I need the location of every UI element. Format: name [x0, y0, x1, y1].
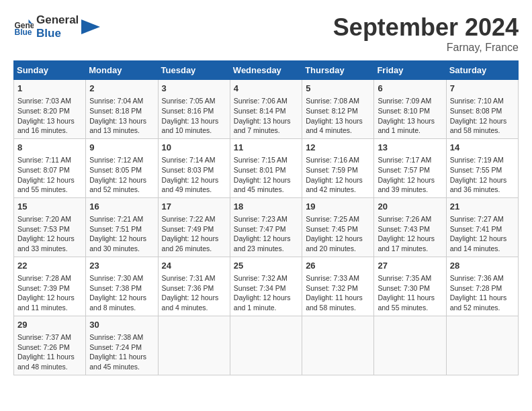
calendar-cell: 25Sunrise: 7:32 AM Sunset: 7:34 PM Dayli…	[230, 257, 302, 316]
calendar-cell	[158, 316, 230, 375]
header-friday: Friday	[374, 61, 446, 80]
day-number: 10	[162, 142, 226, 154]
calendar-cell: 8Sunrise: 7:11 AM Sunset: 8:07 PM Daylig…	[14, 138, 86, 197]
day-info: Sunrise: 7:26 AM Sunset: 7:43 PM Dayligh…	[378, 214, 442, 254]
calendar-cell: 21Sunrise: 7:27 AM Sunset: 7:41 PM Dayli…	[446, 197, 518, 257]
calendar-cell: 24Sunrise: 7:31 AM Sunset: 7:36 PM Dayli…	[158, 257, 230, 316]
day-info: Sunrise: 7:21 AM Sunset: 7:51 PM Dayligh…	[89, 214, 154, 254]
day-info: Sunrise: 7:35 AM Sunset: 7:30 PM Dayligh…	[378, 273, 442, 313]
day-number: 6	[378, 83, 442, 95]
calendar-cell: 10Sunrise: 7:14 AM Sunset: 8:03 PM Dayli…	[158, 138, 230, 197]
day-number: 11	[234, 142, 298, 154]
calendar-cell: 30Sunrise: 7:38 AM Sunset: 7:24 PM Dayli…	[86, 316, 158, 375]
day-info: Sunrise: 7:20 AM Sunset: 7:53 PM Dayligh…	[17, 214, 82, 254]
day-number: 15	[17, 201, 82, 213]
day-number: 27	[378, 260, 442, 272]
day-number: 25	[234, 260, 298, 272]
calendar-cell: 23Sunrise: 7:30 AM Sunset: 7:38 PM Dayli…	[86, 257, 158, 316]
day-number: 23	[89, 260, 154, 272]
day-info: Sunrise: 7:19 AM Sunset: 7:55 PM Dayligh…	[450, 155, 515, 195]
day-number: 21	[450, 201, 515, 213]
logo: General Blue General Blue	[13, 13, 100, 40]
day-info: Sunrise: 7:05 AM Sunset: 8:16 PM Dayligh…	[162, 96, 226, 136]
day-info: Sunrise: 7:27 AM Sunset: 7:41 PM Dayligh…	[450, 214, 515, 254]
day-number: 18	[234, 201, 298, 213]
day-info: Sunrise: 7:33 AM Sunset: 7:32 PM Dayligh…	[306, 273, 370, 313]
day-number: 9	[89, 142, 154, 154]
calendar-cell: 19Sunrise: 7:25 AM Sunset: 7:45 PM Dayli…	[302, 197, 374, 257]
day-info: Sunrise: 7:08 AM Sunset: 8:12 PM Dayligh…	[306, 96, 370, 136]
day-number: 12	[306, 142, 370, 154]
day-info: Sunrise: 7:31 AM Sunset: 7:36 PM Dayligh…	[162, 273, 226, 313]
calendar-cell: 18Sunrise: 7:23 AM Sunset: 7:47 PM Dayli…	[230, 197, 302, 257]
day-number: 22	[17, 260, 82, 272]
logo-icon: General Blue	[13, 17, 34, 37]
calendar-week-4: 22Sunrise: 7:28 AM Sunset: 7:39 PM Dayli…	[14, 257, 519, 316]
day-number: 7	[450, 83, 515, 95]
day-info: Sunrise: 7:14 AM Sunset: 8:03 PM Dayligh…	[162, 155, 226, 195]
day-number: 14	[450, 142, 515, 154]
page-header: General Blue General Blue September 2024…	[13, 13, 519, 54]
calendar-cell: 20Sunrise: 7:26 AM Sunset: 7:43 PM Dayli…	[374, 197, 446, 257]
day-info: Sunrise: 7:37 AM Sunset: 7:26 PM Dayligh…	[17, 332, 82, 372]
day-info: Sunrise: 7:16 AM Sunset: 7:59 PM Dayligh…	[306, 155, 370, 195]
header-thursday: Thursday	[302, 61, 374, 80]
day-number: 19	[306, 201, 370, 213]
calendar-cell: 1Sunrise: 7:03 AM Sunset: 8:20 PM Daylig…	[14, 80, 86, 139]
calendar-cell: 26Sunrise: 7:33 AM Sunset: 7:32 PM Dayli…	[302, 257, 374, 316]
day-info: Sunrise: 7:17 AM Sunset: 7:57 PM Dayligh…	[378, 155, 442, 195]
day-info: Sunrise: 7:03 AM Sunset: 8:20 PM Dayligh…	[17, 96, 82, 136]
calendar-week-3: 15Sunrise: 7:20 AM Sunset: 7:53 PM Dayli…	[14, 197, 519, 257]
calendar-cell: 28Sunrise: 7:36 AM Sunset: 7:28 PM Dayli…	[446, 257, 518, 316]
day-info: Sunrise: 7:38 AM Sunset: 7:24 PM Dayligh…	[89, 332, 154, 372]
day-number: 20	[378, 201, 442, 213]
day-number: 1	[17, 83, 82, 95]
header-tuesday: Tuesday	[158, 61, 230, 80]
svg-marker-3	[81, 19, 100, 34]
logo-blue: Blue	[36, 27, 79, 40]
day-number: 26	[306, 260, 370, 272]
header-wednesday: Wednesday	[230, 61, 302, 80]
calendar-week-2: 8Sunrise: 7:11 AM Sunset: 8:07 PM Daylig…	[14, 138, 519, 197]
day-info: Sunrise: 7:15 AM Sunset: 8:01 PM Dayligh…	[234, 155, 298, 195]
day-number: 16	[89, 201, 154, 213]
day-info: Sunrise: 7:23 AM Sunset: 7:47 PM Dayligh…	[234, 214, 298, 254]
svg-text:Blue: Blue	[15, 28, 32, 37]
day-info: Sunrise: 7:10 AM Sunset: 8:08 PM Dayligh…	[450, 96, 515, 136]
calendar-cell: 7Sunrise: 7:10 AM Sunset: 8:08 PM Daylig…	[446, 80, 518, 139]
calendar-cell: 11Sunrise: 7:15 AM Sunset: 8:01 PM Dayli…	[230, 138, 302, 197]
day-number: 4	[234, 83, 298, 95]
calendar-cell: 16Sunrise: 7:21 AM Sunset: 7:51 PM Dayli…	[86, 197, 158, 257]
header-saturday: Saturday	[446, 61, 518, 80]
logo-general: General	[36, 13, 79, 27]
day-number: 28	[450, 260, 515, 272]
calendar-header-row: SundayMondayTuesdayWednesdayThursdayFrid…	[14, 61, 519, 80]
month-title: September 2024	[333, 13, 519, 42]
header-monday: Monday	[86, 61, 158, 80]
logo-arrow-icon	[81, 19, 100, 34]
day-number: 2	[89, 83, 154, 95]
day-info: Sunrise: 7:32 AM Sunset: 7:34 PM Dayligh…	[234, 273, 298, 313]
day-number: 17	[162, 201, 226, 213]
calendar-cell: 9Sunrise: 7:12 AM Sunset: 8:05 PM Daylig…	[86, 138, 158, 197]
calendar-cell: 17Sunrise: 7:22 AM Sunset: 7:49 PM Dayli…	[158, 197, 230, 257]
day-number: 24	[162, 260, 226, 272]
calendar-cell	[446, 316, 518, 375]
day-info: Sunrise: 7:25 AM Sunset: 7:45 PM Dayligh…	[306, 214, 370, 254]
calendar-cell: 4Sunrise: 7:06 AM Sunset: 8:14 PM Daylig…	[230, 80, 302, 139]
calendar-cell: 3Sunrise: 7:05 AM Sunset: 8:16 PM Daylig…	[158, 80, 230, 139]
calendar-table: SundayMondayTuesdayWednesdayThursdayFrid…	[13, 60, 519, 375]
calendar-cell	[374, 316, 446, 375]
day-info: Sunrise: 7:09 AM Sunset: 8:10 PM Dayligh…	[378, 96, 442, 136]
day-number: 8	[17, 142, 82, 154]
day-number: 13	[378, 142, 442, 154]
calendar-cell: 6Sunrise: 7:09 AM Sunset: 8:10 PM Daylig…	[374, 80, 446, 139]
calendar-cell: 29Sunrise: 7:37 AM Sunset: 7:26 PM Dayli…	[14, 316, 86, 375]
day-info: Sunrise: 7:04 AM Sunset: 8:18 PM Dayligh…	[89, 96, 154, 136]
title-block: September 2024 Farnay, France	[333, 13, 519, 54]
calendar-cell: 14Sunrise: 7:19 AM Sunset: 7:55 PM Dayli…	[446, 138, 518, 197]
calendar-cell	[302, 316, 374, 375]
calendar-week-5: 29Sunrise: 7:37 AM Sunset: 7:26 PM Dayli…	[14, 316, 519, 375]
calendar-cell: 2Sunrise: 7:04 AM Sunset: 8:18 PM Daylig…	[86, 80, 158, 139]
day-info: Sunrise: 7:06 AM Sunset: 8:14 PM Dayligh…	[234, 96, 298, 136]
